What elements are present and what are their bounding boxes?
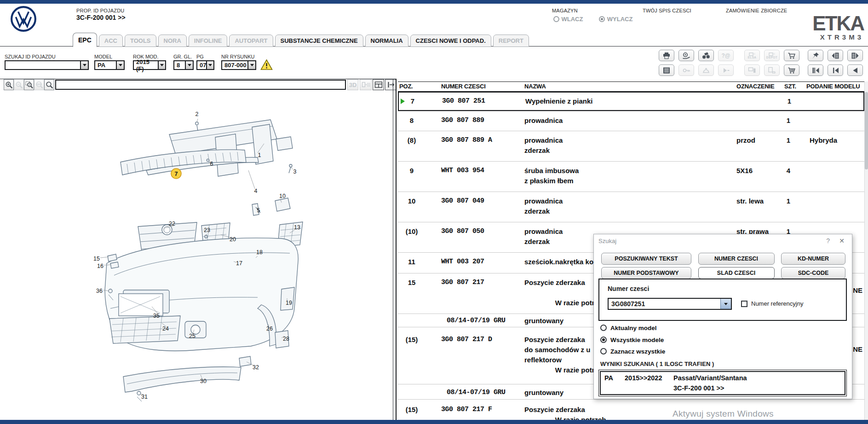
magazyn-on-label[interactable]: WLACZ [561, 16, 583, 23]
table-row-selected[interactable]: 7 3G0 807 251 Wypełnienie z pianki 1 [398, 92, 864, 111]
base-number-button[interactable]: NUMER PODSTAWOWY [601, 267, 691, 279]
all-models-label[interactable]: Wszystkie modele [610, 337, 664, 343]
col-header-nazwa[interactable]: NAZWA [524, 83, 546, 90]
callout-3[interactable]: 3 [293, 168, 297, 175]
print-button[interactable] [659, 50, 674, 61]
callout-24[interactable]: 24 [162, 325, 169, 332]
go-previous-button[interactable] [828, 64, 843, 76]
callout-18[interactable]: 18 [256, 249, 263, 256]
dialog-close-icon[interactable]: ✕ [839, 237, 845, 244]
select-all-radio[interactable] [600, 348, 607, 354]
play-remove-button[interactable] [718, 64, 734, 76]
callout-31[interactable]: 31 [141, 394, 148, 400]
callout-36[interactable]: 36 [96, 288, 103, 294]
dialog-help-button[interactable]: ? [826, 237, 830, 244]
callout-20[interactable]: 20 [230, 236, 236, 243]
table-row[interactable]: (8) 3G0 807 889 A prowadnica zderzak prz… [398, 131, 864, 161]
dropdown-arrow-icon[interactable] [247, 61, 255, 69]
col-header-podanie-modelu[interactable]: PODANIE MODELU [806, 83, 860, 90]
table-row[interactable]: 10 3G0 807 049 prowadnica zderzak str. l… [398, 192, 864, 222]
sdc-code-button[interactable]: SDC-CODE [781, 267, 845, 279]
add-to-cart-button[interactable] [784, 50, 799, 61]
dropdown-arrow-icon[interactable] [158, 61, 165, 69]
magazyn-off-radio[interactable] [599, 16, 605, 22]
copy-to-grid-button[interactable] [360, 79, 372, 90]
tab-infoline[interactable]: INFOLINE [189, 35, 228, 47]
model-combo[interactable]: PA [94, 60, 125, 70]
table-row[interactable]: 8 3G0 807 889 prowadnica 1 [398, 111, 864, 131]
magazyn-off-label[interactable]: WYLACZ [607, 16, 633, 23]
col-header-oznaczenie[interactable]: OZNACZENIE [736, 83, 775, 90]
part-trace-button[interactable]: SLAD CZESCI [698, 267, 775, 279]
callout-15[interactable]: 15 [93, 256, 100, 262]
image-path-input[interactable] [55, 80, 346, 90]
tab-substancje-chemiczne[interactable]: SUBSTANCJE CHEMICZNE [275, 35, 363, 47]
zoom-in-button[interactable] [4, 79, 14, 90]
callout-25[interactable]: 25 [189, 333, 195, 339]
callout-23[interactable]: 23 [204, 227, 210, 233]
reference-number-label[interactable]: Numer referencyjny [751, 300, 803, 307]
callout-26[interactable]: 26 [266, 325, 273, 332]
next-drawing-button[interactable] [847, 50, 863, 61]
go-first-button[interactable] [808, 64, 823, 76]
col-header-numer[interactable]: NUMER CZESCI [441, 83, 486, 90]
dropdown-arrow-icon[interactable] [206, 61, 213, 69]
wheel-parts-button[interactable] [678, 50, 694, 61]
callout-4[interactable]: 4 [254, 188, 258, 194]
layout-split-button[interactable] [373, 79, 384, 90]
callout-6[interactable]: 6 [210, 161, 213, 167]
col-header-poz[interactable]: POZ. [399, 83, 413, 90]
part-number-combo[interactable]: 3G0807251 [608, 298, 732, 310]
parts-diagram[interactable]: 2 1 3 6 7 4 10 5 22 23 20 13 18 15 16 36… [0, 92, 392, 420]
callout-17[interactable]: 17 [236, 260, 242, 267]
callout-35[interactable]: 35 [153, 313, 160, 319]
bulk-order-link[interactable]: ZAMÓWIENIE ZBIORCZE [726, 8, 787, 13]
open-cart-button[interactable] [784, 64, 799, 76]
zoom-area-button[interactable] [24, 79, 34, 90]
search-text-button[interactable]: POSZUKIWANY TEKST [601, 253, 691, 265]
previous-drawing-button[interactable] [828, 50, 843, 61]
drawing-number-combo[interactable]: 807-000 [221, 60, 256, 70]
zoom-100-button[interactable]: 100% [34, 79, 44, 90]
document-vehicle-button[interactable] [764, 64, 780, 76]
depot-button[interactable]: DEPOT [764, 50, 780, 61]
callout-1[interactable]: 1 [258, 152, 261, 158]
tab-report[interactable]: REPORT [493, 35, 529, 47]
tab-epc[interactable]: EPC [73, 33, 97, 47]
view-3d-button[interactable]: 3D [347, 79, 358, 90]
callout-7-highlighted[interactable]: 7 [175, 171, 178, 177]
all-models-radio[interactable] [600, 337, 607, 343]
current-model-label[interactable]: Aktualny model [610, 325, 657, 331]
main-group-combo[interactable]: 8 [173, 60, 194, 70]
panel-separator-line[interactable] [396, 79, 397, 420]
select-all-label[interactable]: Zaznacz wszystkie [610, 348, 665, 355]
tab-autopart[interactable]: AUTOPART [229, 35, 273, 47]
parts-list-view-button[interactable] [659, 64, 674, 76]
tab-acc[interactable]: ACC [99, 35, 123, 47]
elsa-button[interactable]: ELSA [744, 50, 760, 61]
kd-number-button[interactable]: KD-NUMER [781, 253, 845, 265]
callout-5[interactable]: 5 [257, 207, 260, 214]
pane-expand-button[interactable] [385, 79, 397, 90]
model-year-combo[interactable]: 2015 (F) [133, 60, 166, 70]
monitor-document-button[interactable] [744, 64, 760, 76]
magazyn-on-radio[interactable] [553, 16, 559, 22]
callout-2[interactable]: 2 [195, 111, 199, 117]
help-contact-button[interactable]: ?@ [718, 50, 734, 61]
table-row[interactable]: 9 WHT 003 954 śruba imbusowa z płaskim ł… [398, 161, 864, 192]
vehicle-id-search-combo[interactable] [5, 60, 89, 70]
dropdown-arrow-icon[interactable] [720, 299, 731, 309]
callout-16[interactable]: 16 [97, 263, 103, 269]
callout-28[interactable]: 28 [283, 336, 289, 342]
reference-number-checkbox[interactable] [741, 301, 747, 307]
callout-32[interactable]: 32 [253, 364, 259, 371]
tab-czesci-nowe-i-odpad[interactable]: CZESCI NOWE I ODPAD. [410, 35, 491, 47]
key-button[interactable] [678, 64, 694, 76]
prop-id-value[interactable]: 3C-F-200 001 >> [76, 14, 126, 21]
callout-13[interactable]: 13 [294, 224, 300, 231]
pg-combo[interactable]: 07 [196, 60, 214, 70]
back-button[interactable] [847, 64, 863, 76]
part-number-button[interactable]: NUMER CZESCI [698, 253, 775, 265]
pin-button[interactable] [808, 50, 823, 61]
zoom-free-button[interactable] [44, 79, 54, 90]
